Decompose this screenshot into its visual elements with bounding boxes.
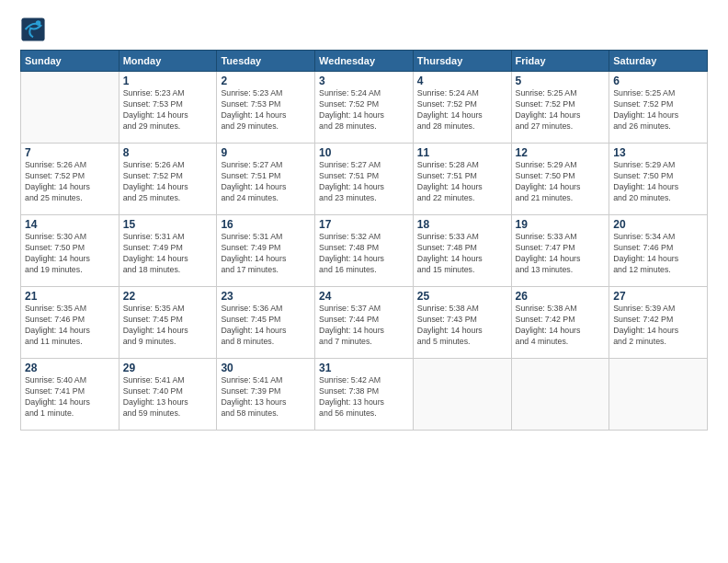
day-info: Sunrise: 5:27 AM Sunset: 7:51 PM Dayligh…: [221, 160, 311, 204]
calendar-week-row: 28Sunrise: 5:40 AM Sunset: 7:41 PM Dayli…: [21, 359, 708, 431]
day-number: 1: [123, 75, 213, 87]
day-number: 21: [25, 290, 115, 303]
day-info: Sunrise: 5:39 AM Sunset: 7:42 PM Dayligh…: [613, 304, 703, 348]
calendar-cell: 3Sunrise: 5:24 AM Sunset: 7:52 PM Daylig…: [315, 72, 414, 144]
day-number: 5: [516, 75, 606, 87]
day-info: Sunrise: 5:31 AM Sunset: 7:49 PM Dayligh…: [123, 232, 213, 276]
day-info: Sunrise: 5:41 AM Sunset: 7:40 PM Dayligh…: [123, 375, 213, 419]
calendar-week-row: 1Sunrise: 5:23 AM Sunset: 7:53 PM Daylig…: [21, 72, 708, 144]
calendar-cell: [21, 72, 119, 144]
day-info: Sunrise: 5:32 AM Sunset: 7:48 PM Dayligh…: [319, 232, 409, 276]
day-number: 29: [123, 362, 213, 374]
day-number: 12: [516, 146, 606, 159]
calendar-cell: [413, 359, 511, 431]
day-number: 9: [221, 146, 311, 159]
day-number: 3: [319, 75, 409, 87]
weekday-header-row: SundayMondayTuesdayWednesdayThursdayFrid…: [21, 51, 708, 72]
day-number: 15: [123, 218, 213, 231]
day-info: Sunrise: 5:27 AM Sunset: 7:51 PM Dayligh…: [319, 160, 409, 204]
day-info: Sunrise: 5:34 AM Sunset: 7:46 PM Dayligh…: [613, 232, 703, 276]
day-info: Sunrise: 5:33 AM Sunset: 7:48 PM Dayligh…: [417, 232, 507, 276]
day-number: 19: [516, 218, 606, 231]
calendar-cell: 1Sunrise: 5:23 AM Sunset: 7:53 PM Daylig…: [119, 72, 217, 144]
calendar-cell: 20Sunrise: 5:34 AM Sunset: 7:46 PM Dayli…: [609, 215, 708, 287]
calendar-cell: 5Sunrise: 5:25 AM Sunset: 7:52 PM Daylig…: [511, 72, 609, 144]
day-info: Sunrise: 5:26 AM Sunset: 7:52 PM Dayligh…: [123, 160, 213, 204]
calendar-week-row: 21Sunrise: 5:35 AM Sunset: 7:46 PM Dayli…: [21, 287, 708, 359]
calendar-cell: 31Sunrise: 5:42 AM Sunset: 7:38 PM Dayli…: [315, 359, 414, 431]
day-number: 16: [221, 218, 311, 231]
day-info: Sunrise: 5:31 AM Sunset: 7:49 PM Dayligh…: [221, 232, 311, 276]
day-number: 24: [319, 290, 409, 303]
day-info: Sunrise: 5:35 AM Sunset: 7:45 PM Dayligh…: [123, 304, 213, 348]
weekday-header: Friday: [511, 51, 609, 72]
calendar-week-row: 7Sunrise: 5:26 AM Sunset: 7:52 PM Daylig…: [21, 144, 708, 215]
day-number: 30: [221, 362, 311, 374]
day-info: Sunrise: 5:37 AM Sunset: 7:44 PM Dayligh…: [319, 304, 409, 348]
calendar-cell: 26Sunrise: 5:38 AM Sunset: 7:42 PM Dayli…: [511, 287, 609, 359]
day-info: Sunrise: 5:23 AM Sunset: 7:53 PM Dayligh…: [221, 88, 311, 132]
weekday-header: Wednesday: [315, 51, 414, 72]
day-number: 6: [613, 75, 703, 87]
day-info: Sunrise: 5:29 AM Sunset: 7:50 PM Dayligh…: [516, 160, 606, 204]
calendar-cell: 9Sunrise: 5:27 AM Sunset: 7:51 PM Daylig…: [217, 144, 315, 215]
day-info: Sunrise: 5:29 AM Sunset: 7:50 PM Dayligh…: [613, 160, 703, 204]
calendar-cell: 12Sunrise: 5:29 AM Sunset: 7:50 PM Dayli…: [511, 144, 609, 215]
calendar-cell: 2Sunrise: 5:23 AM Sunset: 7:53 PM Daylig…: [217, 72, 315, 144]
calendar-cell: 6Sunrise: 5:25 AM Sunset: 7:52 PM Daylig…: [609, 72, 708, 144]
day-info: Sunrise: 5:38 AM Sunset: 7:42 PM Dayligh…: [516, 304, 606, 348]
day-number: 28: [25, 362, 115, 374]
day-number: 7: [25, 146, 115, 159]
day-info: Sunrise: 5:36 AM Sunset: 7:45 PM Dayligh…: [221, 304, 311, 348]
day-number: 17: [319, 218, 409, 231]
day-number: 11: [417, 146, 507, 159]
day-number: 14: [25, 218, 115, 231]
calendar-cell: 10Sunrise: 5:27 AM Sunset: 7:51 PM Dayli…: [315, 144, 414, 215]
weekday-header: Sunday: [21, 51, 119, 72]
weekday-header: Saturday: [609, 51, 708, 72]
calendar-cell: 24Sunrise: 5:37 AM Sunset: 7:44 PM Dayli…: [315, 287, 414, 359]
calendar-cell: 23Sunrise: 5:36 AM Sunset: 7:45 PM Dayli…: [217, 287, 315, 359]
calendar-cell: 8Sunrise: 5:26 AM Sunset: 7:52 PM Daylig…: [119, 144, 217, 215]
calendar-week-row: 14Sunrise: 5:30 AM Sunset: 7:50 PM Dayli…: [21, 215, 708, 287]
calendar-cell: 19Sunrise: 5:33 AM Sunset: 7:47 PM Dayli…: [511, 215, 609, 287]
day-number: 20: [613, 218, 703, 231]
calendar-cell: 25Sunrise: 5:38 AM Sunset: 7:43 PM Dayli…: [413, 287, 511, 359]
day-info: Sunrise: 5:33 AM Sunset: 7:47 PM Dayligh…: [516, 232, 606, 276]
svg-point-1: [36, 20, 41, 26]
logo-icon: [20, 17, 46, 42]
day-number: 2: [221, 75, 311, 87]
calendar-cell: 21Sunrise: 5:35 AM Sunset: 7:46 PM Dayli…: [21, 287, 119, 359]
day-number: 13: [613, 146, 703, 159]
calendar-cell: 13Sunrise: 5:29 AM Sunset: 7:50 PM Dayli…: [609, 144, 708, 215]
day-info: Sunrise: 5:25 AM Sunset: 7:52 PM Dayligh…: [613, 88, 703, 132]
day-number: 26: [516, 290, 606, 303]
weekday-header: Thursday: [413, 51, 511, 72]
day-info: Sunrise: 5:26 AM Sunset: 7:52 PM Dayligh…: [25, 160, 115, 204]
day-number: 10: [319, 146, 409, 159]
day-number: 8: [123, 146, 213, 159]
day-info: Sunrise: 5:25 AM Sunset: 7:52 PM Dayligh…: [516, 88, 606, 132]
day-number: 23: [221, 290, 311, 303]
day-info: Sunrise: 5:24 AM Sunset: 7:52 PM Dayligh…: [319, 88, 409, 132]
calendar-cell: 11Sunrise: 5:28 AM Sunset: 7:51 PM Dayli…: [413, 144, 511, 215]
day-number: 4: [417, 75, 507, 87]
day-info: Sunrise: 5:30 AM Sunset: 7:50 PM Dayligh…: [25, 232, 115, 276]
calendar-cell: [511, 359, 609, 431]
day-info: Sunrise: 5:38 AM Sunset: 7:43 PM Dayligh…: [417, 304, 507, 348]
day-number: 18: [417, 218, 507, 231]
day-number: 31: [319, 362, 409, 374]
day-number: 25: [417, 290, 507, 303]
calendar-cell: 4Sunrise: 5:24 AM Sunset: 7:52 PM Daylig…: [413, 72, 511, 144]
calendar: SundayMondayTuesdayWednesdayThursdayFrid…: [20, 50, 708, 431]
day-info: Sunrise: 5:35 AM Sunset: 7:46 PM Dayligh…: [25, 304, 115, 348]
day-info: Sunrise: 5:23 AM Sunset: 7:53 PM Dayligh…: [123, 88, 213, 132]
logo: [20, 17, 50, 42]
calendar-cell: 16Sunrise: 5:31 AM Sunset: 7:49 PM Dayli…: [217, 215, 315, 287]
day-number: 27: [613, 290, 703, 303]
calendar-cell: 29Sunrise: 5:41 AM Sunset: 7:40 PM Dayli…: [119, 359, 217, 431]
header: [20, 17, 708, 42]
day-info: Sunrise: 5:42 AM Sunset: 7:38 PM Dayligh…: [319, 375, 409, 419]
day-info: Sunrise: 5:41 AM Sunset: 7:39 PM Dayligh…: [221, 375, 311, 419]
calendar-cell: 17Sunrise: 5:32 AM Sunset: 7:48 PM Dayli…: [315, 215, 414, 287]
